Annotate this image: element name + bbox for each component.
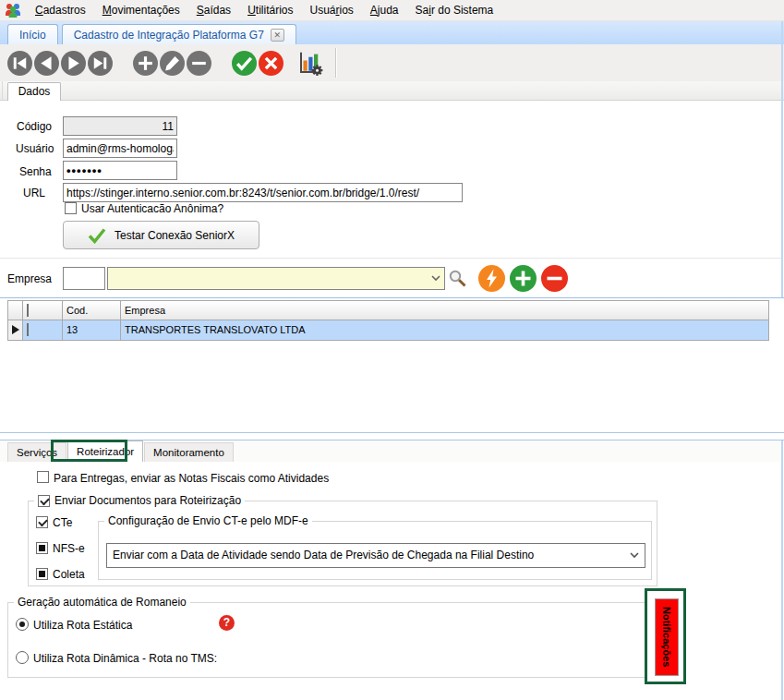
close-tab-icon[interactable]: ✕ [271,29,284,42]
delete-record-button[interactable] [187,51,211,76]
romaneio-group-label: Geração automática de Romaneio [18,596,187,609]
nfse-checkbox[interactable] [36,542,48,554]
add-empresa-button[interactable] [510,265,537,292]
lightning-button[interactable] [478,265,505,292]
test-connection-label: Testar Conexão SeniorX [115,229,235,242]
menu-cadastros[interactable]: Cadastros [27,1,94,19]
insert-record-button[interactable] [133,51,158,76]
help-icon[interactable]: ? [219,615,235,631]
rota-estatica-radio[interactable] [16,618,29,631]
romaneio-groupbox: Geração automática de Romaneio Utiliza R… [7,602,651,678]
menu-movimentacoes[interactable]: Movimentações [94,1,188,19]
config-envio-groupbox: Configuração de Envio CT-e pelo MDF-e En… [98,521,652,580]
cte-checkbox[interactable] [36,516,48,528]
senha-field[interactable] [63,161,177,180]
row-empresa-cell: TRANSPORTES TRANSLOVATO LTDA [121,320,769,341]
row-cod-cell: 13 [63,320,121,341]
row-checkbox[interactable] [27,323,29,336]
grid-col-cod[interactable]: Cod. [63,300,121,320]
enviar-documentos-label: Enviar Documentos para Roteirização [54,494,241,507]
menu-usuarios[interactable]: Usuários [301,1,361,19]
grid-header-row: Cod. Empresa [7,300,769,320]
app-logo-icon [5,3,21,18]
empresas-grid: Cod. Empresa 13 TRANSPORTES TRANSLOVATO … [7,300,769,341]
navigation-toolbar [0,44,784,81]
grid-indicator-header [7,300,23,320]
empresa-code-field[interactable] [63,267,105,290]
search-icon[interactable] [448,269,467,288]
cancel-button[interactable] [259,51,283,76]
empresa-label: Empresa [7,272,52,285]
usuario-field[interactable] [63,139,177,158]
rota-dinamica-label: Utiliza Rota Dinâmica - Rota no TMS: [33,652,217,665]
current-row-arrow-icon [12,325,19,334]
document-tab-strip: Início Cadastro de Integração Plataforma… [0,21,784,44]
rota-estatica-label: Utiliza Rota Estática [33,619,132,632]
enviar-documentos-checkbox[interactable] [38,495,50,507]
first-record-button[interactable] [7,51,32,76]
empresas-grid-section: Cod. Empresa 13 TRANSPORTES TRANSLOVATO … [0,297,784,432]
prior-record-button[interactable] [34,51,59,76]
row-checkbox-cell [23,320,63,341]
config-envio-dropdown-value: Enviar com a Data de Atividade sendo Dat… [113,549,534,561]
chevron-down-icon [630,552,639,559]
codigo-label: Código [17,120,52,133]
menu-saidas[interactable]: Saídas [188,1,239,19]
empresa-combobox[interactable] [107,267,445,290]
dados-tab-strip: Dados [0,81,784,101]
tab-inicio-label: Início [19,29,46,42]
tab-cadastro-label: Cadastro de Integração Plataforma G7 [74,29,264,42]
notificacoes-button[interactable]: Notificações [655,598,679,676]
menu-bar: Cadastros Movimentações Saídas Utilitári… [0,0,784,21]
menu-sair[interactable]: Sair do Sistema [407,1,502,19]
codigo-field[interactable] [63,116,177,136]
menu-utilitarios[interactable]: Utilitários [239,1,301,19]
config-envio-label: Configuração de Envio CT-e pelo MDF-e [108,514,308,527]
tab-cadastro-integracao[interactable]: Cadastro de Integração Plataforma G7 ✕ [62,24,296,44]
table-row[interactable]: 13 TRANSPORTES TRANSLOVATO LTDA [7,320,769,341]
tab-inicio[interactable]: Início [7,24,58,44]
roteirizador-page: Para Entregas, enviar as Notas Fiscais c… [0,462,781,700]
application-window: Cadastros Movimentações Saídas Utilitári… [0,0,784,700]
entregas-atividades-checkbox[interactable] [37,471,49,483]
url-field[interactable] [63,183,463,202]
documentos-groupbox: Enviar Documentos para Roteirização CTe … [28,501,657,586]
remove-empresa-button[interactable] [541,265,568,292]
tab-monitoramento[interactable]: Monitoramento [144,442,234,462]
url-label: URL [23,187,45,199]
senha-label: Senha [19,165,52,178]
confirm-button[interactable] [232,51,257,76]
rota-dinamica-radio[interactable] [16,651,29,664]
empresa-selector-row: Empresa [0,258,781,297]
last-record-button[interactable] [88,51,113,76]
notificacoes-highlight-box: Notificações [645,588,686,684]
config-envio-dropdown[interactable]: Enviar com a Data de Atividade sendo Dat… [106,543,645,568]
select-all-checkbox[interactable] [27,304,29,317]
roteirizador-highlight-box [51,440,127,462]
edit-record-button[interactable] [160,51,185,76]
next-record-button[interactable] [61,51,86,76]
chevron-down-icon [431,275,440,282]
grid-col-empresa[interactable]: Empresa [121,300,769,320]
row-indicator-cell [7,320,23,341]
test-connection-button[interactable]: Testar Conexão SeniorX [63,221,259,249]
anonymous-auth-label: Usar Autenticacão Anônima? [81,202,223,215]
coleta-checkbox[interactable] [36,568,48,580]
tab-dados[interactable]: Dados [7,82,61,101]
nfse-label: NFS-e [53,542,85,555]
connection-form: Código Usuário Senha URL Usar Autenticac… [0,101,781,258]
chart-settings-icon[interactable] [296,49,324,77]
usuario-label: Usuário [16,142,54,155]
menu-ajuda[interactable]: Ajuda [362,1,407,19]
entregas-atividades-label: Para Entregas, enviar as Notas Fiscais c… [54,472,329,485]
anonymous-auth-checkbox[interactable] [65,202,77,214]
cte-label: CTe [53,516,72,529]
check-icon [88,227,106,244]
coleta-label: Coleta [53,568,85,581]
grid-select-all-header[interactable] [23,300,63,320]
toolbar-separator [335,48,337,78]
